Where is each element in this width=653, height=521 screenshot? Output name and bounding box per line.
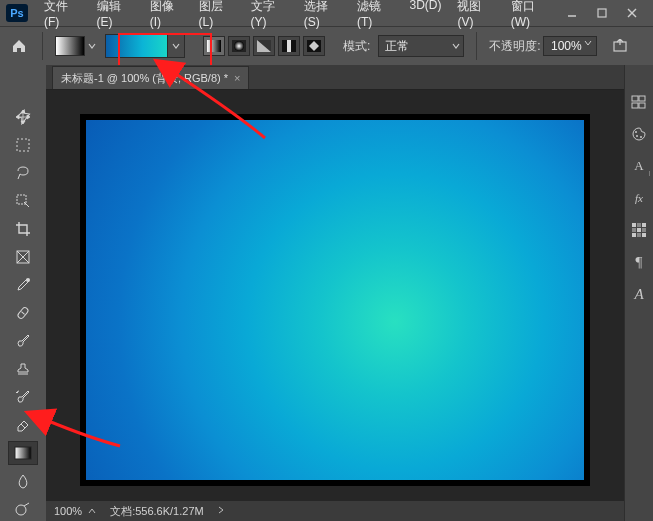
home-icon[interactable] <box>8 36 30 56</box>
gradient-dropdown[interactable] <box>167 35 184 57</box>
gradient-tool[interactable] <box>8 441 38 465</box>
gradient-style-group <box>203 36 325 56</box>
opacity-value: 100% <box>546 39 584 53</box>
svg-rect-10 <box>287 40 291 52</box>
svg-point-29 <box>635 131 637 133</box>
window-controls <box>557 3 647 23</box>
gradient-picker[interactable] <box>105 34 185 58</box>
zoom-dropdown-icon[interactable] <box>88 505 96 517</box>
document-tab[interactable]: 未标题-1 @ 100% (背景, RGB/8) * × <box>52 66 249 89</box>
svg-rect-27 <box>632 103 638 108</box>
doc-info[interactable]: 文档:556.6K/1.27M <box>110 504 204 519</box>
svg-line-20 <box>21 312 24 315</box>
canvas-viewport[interactable]: 100% 文档:556.6K/1.27M <box>46 90 624 521</box>
document-area: 未标题-1 @ 100% (背景, RGB/8) * × 100% 文档:556… <box>46 65 624 521</box>
angle-gradient-button[interactable] <box>253 36 275 56</box>
quick-select-tool[interactable] <box>8 189 38 213</box>
lasso-tool[interactable] <box>8 161 38 185</box>
svg-rect-39 <box>637 233 641 237</box>
frame-tool[interactable] <box>8 245 38 269</box>
opacity-label: 不透明度: <box>489 38 540 55</box>
tab-close-icon[interactable]: × <box>234 72 240 84</box>
chevron-down-icon <box>87 37 97 55</box>
canvas[interactable] <box>86 120 584 480</box>
svg-rect-1 <box>598 9 606 17</box>
mode-value: 正常 <box>385 38 409 55</box>
menu-3d[interactable]: 3D(D) <box>403 0 447 31</box>
svg-rect-5 <box>207 40 221 52</box>
glyphs-panel-icon[interactable]: A <box>630 285 648 303</box>
marquee-tool[interactable] <box>8 133 38 157</box>
scrubby-icon <box>584 39 594 53</box>
maximize-button[interactable] <box>587 3 617 23</box>
mode-select[interactable]: 正常 <box>378 35 464 57</box>
tools-panel <box>0 65 46 521</box>
svg-point-24 <box>16 505 26 515</box>
menu-edit[interactable]: 编辑(E) <box>91 0 140 31</box>
svg-rect-28 <box>639 103 645 108</box>
blur-tool[interactable] <box>8 469 38 493</box>
titlebar: Ps 文件(F) 编辑(E) 图像(I) 图层(L) 文字(Y) 选择(S) 滤… <box>0 0 653 27</box>
separator <box>42 32 43 60</box>
preset-swatch-icon <box>55 36 85 56</box>
menu-layer[interactable]: 图层(L) <box>193 0 241 31</box>
radial-gradient-button[interactable] <box>228 36 250 56</box>
paragraph-panel-icon[interactable]: ¶ <box>630 253 648 271</box>
svg-rect-36 <box>637 228 641 232</box>
history-brush-tool[interactable] <box>8 385 38 409</box>
svg-point-7 <box>234 41 244 51</box>
close-button[interactable] <box>617 3 647 23</box>
tool-preset[interactable] <box>55 36 97 56</box>
character-panel-icon[interactable]: A| <box>630 157 648 175</box>
diamond-gradient-button[interactable] <box>303 36 325 56</box>
menu-view[interactable]: 视图(V) <box>451 0 500 31</box>
svg-line-21 <box>21 424 25 428</box>
opacity-input[interactable]: 100% <box>543 36 597 56</box>
menu-filter[interactable]: 滤镜(T) <box>351 0 400 31</box>
menu-type[interactable]: 文字(Y) <box>245 0 294 31</box>
body: 未标题-1 @ 100% (背景, RGB/8) * × 100% 文档:556… <box>0 65 653 521</box>
history-panel-icon[interactable] <box>630 93 648 111</box>
svg-point-30 <box>636 135 638 137</box>
menu-window[interactable]: 窗口(W) <box>505 0 557 31</box>
reflected-gradient-button[interactable] <box>278 36 300 56</box>
svg-rect-33 <box>637 223 641 227</box>
svg-rect-40 <box>642 233 646 237</box>
menu-file[interactable]: 文件(F) <box>38 0 87 31</box>
share-icon[interactable] <box>609 36 631 56</box>
minimize-button[interactable] <box>557 3 587 23</box>
canvas-border <box>80 114 590 486</box>
status-bar: 100% 文档:556.6K/1.27M <box>46 501 624 521</box>
opacity-control: 不透明度: 100% <box>489 36 596 56</box>
options-bar: 模式: 正常 不透明度: 100% <box>0 27 653 66</box>
document-tab-title: 未标题-1 @ 100% (背景, RGB/8) * <box>61 71 228 86</box>
svg-rect-13 <box>17 139 29 151</box>
menu-select[interactable]: 选择(S) <box>298 0 347 31</box>
stamp-tool[interactable] <box>8 357 38 381</box>
svg-rect-22 <box>15 447 31 459</box>
brush-tool[interactable] <box>8 329 38 353</box>
docinfo-dropdown-icon[interactable] <box>218 505 224 517</box>
svg-rect-25 <box>632 96 638 101</box>
dodge-tool[interactable] <box>8 497 38 521</box>
color-panel-icon[interactable] <box>630 125 648 143</box>
svg-rect-38 <box>632 233 636 237</box>
app-badge: Ps <box>6 4 28 22</box>
svg-rect-34 <box>642 223 646 227</box>
linear-gradient-button[interactable] <box>203 36 225 56</box>
styles-panel-icon[interactable]: fx <box>630 189 648 207</box>
svg-rect-32 <box>632 223 636 227</box>
svg-point-31 <box>640 136 642 138</box>
chevron-down-icon <box>451 37 461 55</box>
swatches-panel-icon[interactable] <box>630 221 648 239</box>
move-tool[interactable] <box>8 105 38 129</box>
eraser-tool[interactable] <box>8 413 38 437</box>
crop-tool[interactable] <box>8 217 38 241</box>
menu-image[interactable]: 图像(I) <box>144 0 189 31</box>
eyedropper-tool[interactable] <box>8 273 38 297</box>
separator <box>476 32 477 60</box>
menubar: 文件(F) 编辑(E) 图像(I) 图层(L) 文字(Y) 选择(S) 滤镜(T… <box>38 0 557 31</box>
zoom-value[interactable]: 100% <box>54 505 82 517</box>
heal-tool[interactable] <box>8 301 38 325</box>
svg-point-18 <box>26 278 30 282</box>
